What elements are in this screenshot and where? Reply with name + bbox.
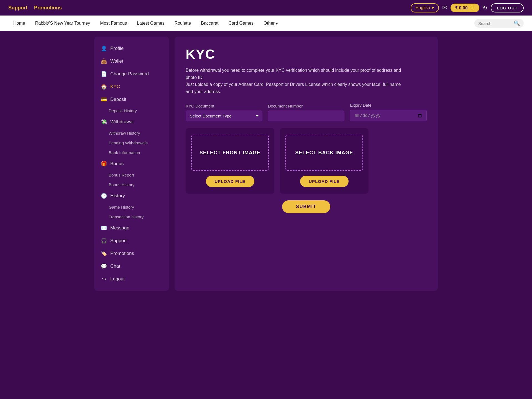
promotions-link[interactable]: Promotions xyxy=(34,5,62,11)
sidebar-support-label: Support xyxy=(110,238,127,244)
history-icon: 🕐 xyxy=(101,193,107,199)
sidebar-item-withdraw-history[interactable]: Withdraw History xyxy=(94,128,169,138)
sidebar-deposit-history-label: Deposit History xyxy=(109,108,137,113)
nav-bar: Home Rabbit\'S New Year Tourney Most Fam… xyxy=(0,16,532,31)
doc-number-input[interactable] xyxy=(268,111,345,121)
kyc-title: KYC xyxy=(186,47,427,62)
chevron-down-icon: ▾ xyxy=(276,21,278,26)
nav-latest-games[interactable]: Latest Games xyxy=(132,16,170,31)
expiry-date-input[interactable] xyxy=(350,110,427,121)
sidebar-change-password-label: Change Password xyxy=(110,71,149,77)
expiry-date-group: Expiry Date xyxy=(350,103,427,121)
sidebar-item-pending-withdrawals[interactable]: Pending Withdrawals xyxy=(94,138,169,148)
sidebar-item-withdrawal[interactable]: 💸 Withdrawal xyxy=(94,116,169,128)
sidebar-transaction-history-label: Transaction history xyxy=(109,214,144,219)
sidebar-item-profile[interactable]: 👤 Profile xyxy=(94,42,169,55)
sidebar-item-deposit[interactable]: 💳 Deposit xyxy=(94,93,169,106)
doc-number-label: Document Number xyxy=(268,104,345,108)
nav-tourney[interactable]: Rabbit\'S New Year Tourney xyxy=(30,16,95,31)
sidebar-bonus-report-label: Bonus Report xyxy=(109,173,134,177)
back-image-box: SELECT BACK IMAGE UPLOAD FILE xyxy=(280,128,369,194)
sidebar-bonus-label: Bonus xyxy=(110,161,124,167)
sidebar-item-logout[interactable]: ↪ Logout xyxy=(94,273,169,285)
wallet-button[interactable]: ₹ 0.00 🪙 xyxy=(451,4,479,12)
sidebar-deposit-label: Deposit xyxy=(110,97,126,102)
nav-home[interactable]: Home xyxy=(8,16,30,31)
mail-icon[interactable]: ✉ xyxy=(442,4,447,11)
sidebar-bank-information-label: Bank Information xyxy=(109,150,140,155)
front-image-placeholder[interactable]: SELECT FRONT IMAGE xyxy=(191,135,269,171)
chat-icon: 💬 xyxy=(101,263,107,269)
logout-top-button[interactable]: LOG OUT xyxy=(491,3,524,12)
sidebar-withdrawal-label: Withdrawal xyxy=(110,119,134,125)
sidebar-item-chat[interactable]: 💬 Chat xyxy=(94,260,169,273)
sidebar-bonus-history-label: Bonus History xyxy=(109,182,134,187)
sidebar-item-bonus-history[interactable]: Bonus History xyxy=(94,180,169,190)
kyc-desc-line2: Just upload a copy of your Adhaar Card, … xyxy=(186,82,401,94)
sidebar-item-promotions[interactable]: 🏷️ Promotions xyxy=(94,247,169,260)
sidebar-logout-label: Logout xyxy=(110,276,125,282)
sidebar-item-game-history[interactable]: Game History xyxy=(94,202,169,212)
nav-most-famous[interactable]: Most Famous xyxy=(95,16,132,31)
bonus-icon: 🎁 xyxy=(101,161,107,167)
sidebar-message-label: Message xyxy=(110,225,129,231)
nav-other[interactable]: Other ▾ xyxy=(259,16,283,31)
doc-type-select[interactable]: Select Document Type Aadhaar Card Passpo… xyxy=(186,111,262,121)
upload-row: SELECT FRONT IMAGE UPLOAD FILE SELECT BA… xyxy=(186,128,427,194)
kyc-icon: 🏠 xyxy=(101,84,107,90)
sidebar-pending-withdrawals-label: Pending Withdrawals xyxy=(109,140,148,145)
sidebar-profile-label: Profile xyxy=(110,46,124,51)
sidebar-item-transaction-history[interactable]: Transaction history xyxy=(94,212,169,222)
sidebar: 👤 Profile 👜 Wallet 📄 Change Password 🏠 K… xyxy=(94,37,169,291)
front-image-box: SELECT FRONT IMAGE UPLOAD FILE xyxy=(186,128,274,194)
support-icon: 🎧 xyxy=(101,238,107,244)
submit-row: SUBMIT xyxy=(186,200,427,213)
sidebar-item-wallet[interactable]: 👜 Wallet xyxy=(94,55,169,68)
profile-icon: 👤 xyxy=(101,45,107,52)
sidebar-item-message[interactable]: ✉️ Message xyxy=(94,222,169,234)
wallet-icon: 👜 xyxy=(101,58,107,64)
kyc-description: Before withdrawal you need to complete y… xyxy=(186,67,402,95)
sidebar-item-kyc[interactable]: 🏠 KYC xyxy=(94,80,169,93)
logout-icon: ↪ xyxy=(101,276,107,282)
sidebar-game-history-label: Game History xyxy=(109,205,134,209)
submit-button[interactable]: SUBMIT xyxy=(282,200,330,213)
sidebar-wallet-label: Wallet xyxy=(110,58,123,64)
kyc-desc-line1: Before withdrawal you need to complete y… xyxy=(186,68,401,80)
upload-back-button[interactable]: UPLOAD FILE xyxy=(300,176,349,187)
refresh-icon[interactable]: ↻ xyxy=(483,4,487,11)
withdrawal-icon: 💸 xyxy=(101,119,107,125)
sidebar-item-bonus[interactable]: 🎁 Bonus xyxy=(94,157,169,170)
back-image-placeholder[interactable]: SELECT BACK IMAGE xyxy=(285,135,363,171)
language-button[interactable]: English ▾ xyxy=(411,3,439,12)
expiry-label: Expiry Date xyxy=(350,103,427,108)
promotions-icon: 🏷️ xyxy=(101,250,107,257)
kyc-form-row: KYC Document Select Document Type Aadhaa… xyxy=(186,103,427,121)
nav-card-games[interactable]: Card Games xyxy=(223,16,259,31)
support-link[interactable]: Support xyxy=(8,5,27,11)
top-bar-left: Support Promotions xyxy=(8,5,62,11)
sidebar-item-deposit-history[interactable]: Deposit History xyxy=(94,106,169,116)
sidebar-item-bank-information[interactable]: Bank Information xyxy=(94,148,169,157)
search-input[interactable] xyxy=(478,21,511,26)
language-label: English xyxy=(416,5,430,10)
sidebar-item-bonus-report[interactable]: Bonus Report xyxy=(94,170,169,180)
nav-roulette[interactable]: Roulette xyxy=(170,16,196,31)
nav-baccarat[interactable]: Baccarat xyxy=(196,16,223,31)
password-icon: 📄 xyxy=(101,71,107,77)
nav-other-label: Other xyxy=(264,21,275,26)
sidebar-item-history[interactable]: 🕐 History xyxy=(94,190,169,202)
upload-front-button[interactable]: UPLOAD FILE xyxy=(206,176,254,187)
search-icon[interactable]: 🔍 xyxy=(514,20,520,26)
sidebar-kyc-label: KYC xyxy=(110,84,120,89)
doc-number-group: Document Number xyxy=(268,104,345,121)
deposit-icon: 💳 xyxy=(101,96,107,103)
top-bar: Support Promotions English ▾ ✉ ₹ 0.00 🪙 … xyxy=(0,0,532,16)
sidebar-item-support[interactable]: 🎧 Support xyxy=(94,234,169,247)
back-image-text: SELECT BACK IMAGE xyxy=(295,150,353,156)
sidebar-promotions-label: Promotions xyxy=(110,251,134,256)
main-container: 👤 Profile 👜 Wallet 📄 Change Password 🏠 K… xyxy=(86,31,446,296)
coins-icon: 🪙 xyxy=(469,5,475,11)
kyc-content: KYC Before withdrawal you need to comple… xyxy=(175,37,438,291)
sidebar-item-change-password[interactable]: 📄 Change Password xyxy=(94,68,169,80)
